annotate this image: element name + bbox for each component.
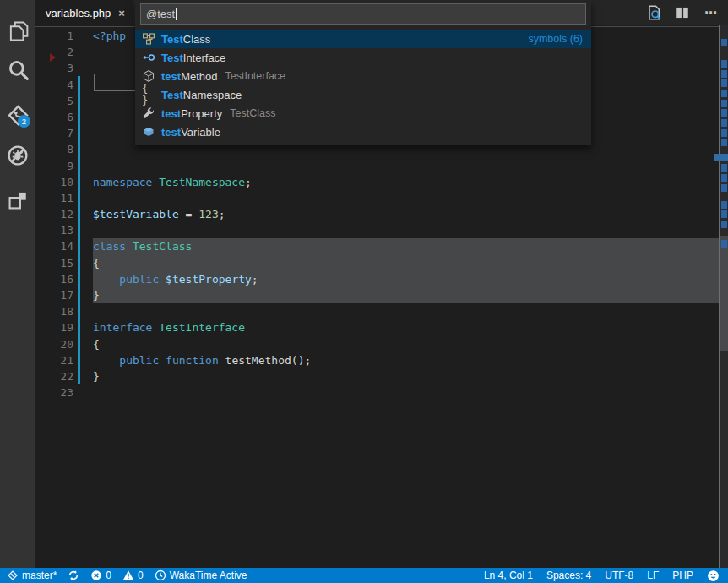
code-line-9[interactable]: 9: [35, 158, 728, 174]
quickopen-input[interactable]: @test: [140, 3, 586, 25]
activity-bar: 2: [0, 0, 35, 568]
statusbar-cursor-position[interactable]: Ln 4, Col 1: [484, 569, 533, 581]
line-content: $testVariable = 123;: [73, 206, 225, 222]
errors-icon: [90, 569, 102, 581]
activitybar-item-source-control[interactable]: 2: [0, 101, 35, 129]
code-line-23[interactable]: 23: [35, 384, 728, 400]
line-number: 7: [35, 125, 73, 141]
statusbar-eol[interactable]: LF: [647, 569, 659, 581]
statusbar-git-branch[interactable]: master*: [7, 569, 57, 581]
quickopen-item-testvariable[interactable]: testVariable: [135, 123, 591, 141]
line-content: [73, 190, 93, 206]
activitybar-item-search[interactable]: [0, 55, 35, 84]
line-content: [73, 384, 93, 400]
statusbar-wakatime-label: WakaTime Active: [170, 569, 247, 581]
quickopen-results-list: TestClasssymbols (6)TestInterfacetestMet…: [135, 30, 591, 141]
line-content: public $testProperty;: [73, 271, 258, 287]
code-line-18[interactable]: 18: [35, 303, 728, 319]
statusbar-indentation-label: Spaces: 4: [546, 569, 591, 581]
code-line-10[interactable]: 10namespace TestNamespace;: [35, 174, 728, 190]
code-line-20[interactable]: 20{: [35, 336, 728, 352]
line-number: 19: [35, 319, 73, 335]
overview-ruler-mark: [721, 164, 727, 172]
tab-variables-php[interactable]: variables.php ×: [35, 0, 133, 25]
line-content: [73, 93, 93, 109]
activitybar-item-explorer[interactable]: [0, 17, 35, 46]
overview-ruler-mark: [721, 174, 727, 182]
quick-open-widget: @test TestClasssymbols (6)TestInterfacet…: [135, 0, 591, 145]
statusbar-errors[interactable]: 0: [90, 569, 111, 581]
symbol-name: TestClass: [161, 33, 210, 46]
line-number: 4: [35, 77, 73, 93]
line-content: <?php: [73, 28, 126, 44]
text-cursor: [176, 8, 177, 20]
code-line-14[interactable]: 14class TestClass: [35, 238, 728, 254]
split-editor-button[interactable]: [672, 3, 693, 23]
line-number: 23: [35, 384, 73, 400]
code-line-11[interactable]: 11: [35, 190, 728, 206]
statusbar-feedback[interactable]: [707, 569, 720, 582]
quickopen-item-testproperty[interactable]: testPropertyTestClass: [135, 104, 591, 123]
code-line-17[interactable]: 17}: [35, 287, 728, 303]
editor-actions: ⋯: [644, 0, 725, 25]
statusbar-errors-label: 0: [106, 569, 111, 581]
quickopen-item-testinterface[interactable]: TestInterface: [135, 48, 591, 67]
statusbar-language-mode[interactable]: PHP: [672, 569, 693, 581]
scm-pending-changes-badge: 2: [18, 115, 30, 128]
open-preview-button[interactable]: [644, 3, 664, 23]
statusbar-warnings[interactable]: 0: [122, 569, 144, 581]
tab-label: variables.php: [46, 7, 111, 19]
code-line-16[interactable]: 16 public $testProperty;: [35, 271, 728, 287]
code-line-12[interactable]: 12$testVariable = 123;: [35, 206, 728, 222]
code-line-19[interactable]: 19interface TestInterface: [35, 319, 728, 335]
overview-ruler-mark: [721, 201, 727, 209]
overview-ruler-mark: [721, 240, 727, 248]
line-content: {: [73, 336, 100, 352]
statusbar-indentation[interactable]: Spaces: 4: [546, 569, 591, 581]
line-content: [73, 60, 93, 76]
git-branch-icon: [7, 569, 19, 581]
statusbar-cursor-position-label: Ln 4, Col 1: [484, 569, 533, 581]
line-content: namespace TestNamespace;: [73, 174, 252, 190]
quickopen-item-testmethod[interactable]: testMethodTestInterface: [135, 67, 591, 85]
extensions-icon: [7, 189, 29, 211]
symbol-name: testMethod: [161, 70, 218, 83]
code-line-13[interactable]: 13: [35, 222, 728, 238]
more-actions-button[interactable]: ⋯: [701, 3, 721, 23]
overview-ruler-selected-mark: [714, 154, 728, 161]
overview-ruler-mark: [721, 90, 727, 97]
line-number: 18: [35, 303, 73, 319]
symbol-name: testVariable: [161, 126, 220, 139]
quickopen-item-testclass[interactable]: TestClasssymbols (6): [135, 30, 591, 48]
overview-ruler-mark: [721, 109, 727, 117]
line-content: interface TestInterface: [73, 319, 245, 335]
code-line-21[interactable]: 21 public function testMethod();: [35, 352, 728, 368]
line-content: [73, 125, 93, 141]
statusbar-sync[interactable]: [68, 569, 79, 581]
statusbar-warnings-label: 0: [138, 569, 144, 581]
statusbar-eol-label: LF: [647, 569, 659, 581]
namespace-icon: { }: [142, 88, 155, 101]
line-number: 10: [35, 174, 73, 190]
warnings-icon: [122, 569, 134, 581]
close-icon[interactable]: ×: [118, 8, 125, 19]
statusbar-encoding[interactable]: UTF-8: [605, 569, 633, 581]
activitybar-item-extensions[interactable]: [0, 186, 35, 215]
statusbar-wakatime[interactable]: WakaTime Active: [155, 569, 247, 581]
code-line-15[interactable]: 15{: [35, 255, 728, 271]
symbol-interface-icon: [142, 51, 155, 64]
statusbar-language-mode-label: PHP: [672, 569, 693, 581]
line-content: [73, 158, 93, 174]
open-preview-icon: [645, 4, 662, 21]
activitybar-item-debug[interactable]: [0, 141, 35, 170]
quickopen-item-testnamespace[interactable]: { }TestNamespace: [135, 85, 591, 104]
wakatime-icon: [155, 569, 166, 581]
quickopen-group-label: symbols (6): [528, 33, 583, 45]
more-actions-icon: ⋯: [704, 5, 718, 20]
code-line-22[interactable]: 22}: [35, 368, 728, 384]
line-number: 9: [35, 158, 73, 174]
line-number: 22: [35, 368, 73, 384]
feedback-icon: [707, 569, 720, 582]
scrollbar-slider[interactable]: [720, 236, 728, 351]
line-number: 11: [35, 190, 73, 206]
